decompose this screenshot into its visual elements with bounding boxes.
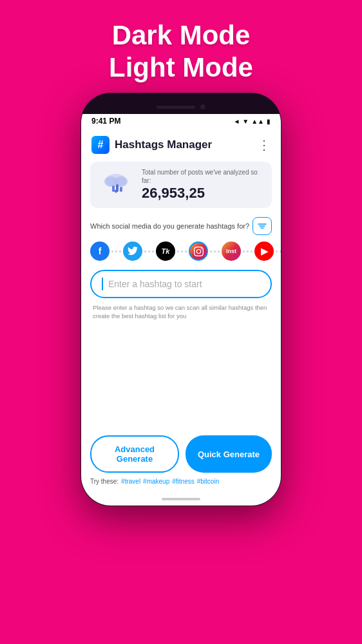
dot-separator <box>241 251 254 252</box>
social-item-instagram[interactable] <box>189 242 208 261</box>
filter-button[interactable] <box>252 217 272 235</box>
status-icons: ◄ ▼ ▲▲ ▮ <box>233 118 271 125</box>
section-question-text: Which social media do you generate hasht… <box>90 222 252 230</box>
social-media-row: f Tk <box>81 239 281 267</box>
facebook-icon[interactable]: f <box>90 242 110 261</box>
app-title: Hashtags Manager <box>115 138 252 151</box>
social-item-tiktok[interactable]: Tk <box>156 242 175 261</box>
social-item-facebook[interactable]: f <box>90 242 110 261</box>
dot-separator <box>208 251 222 252</box>
section-question-row: Which social media do you generate hasht… <box>81 214 281 239</box>
try-tag-bitcoin[interactable]: #bitcoin <box>197 478 219 485</box>
tiktok-icon[interactable]: Tk <box>156 242 175 261</box>
svg-rect-5 <box>120 187 122 192</box>
phone-speaker <box>157 106 195 109</box>
signal-icon: ▲▲ <box>251 118 264 125</box>
dot-separator <box>142 251 156 252</box>
stats-text: Total number of posts we've analyzed so … <box>142 168 264 202</box>
wifi-icon: ▼ <box>242 118 249 125</box>
app-logo: # <box>91 136 110 154</box>
try-tag-travel[interactable]: #travel <box>121 478 140 485</box>
youtube-icon[interactable]: ▶ <box>254 242 274 261</box>
text-cursor <box>102 278 103 290</box>
dot-separator <box>175 251 189 252</box>
instagram-icon[interactable] <box>189 242 208 261</box>
status-time: 9:41 PM <box>91 117 120 126</box>
stats-icon <box>98 169 134 201</box>
twitter-icon[interactable] <box>123 242 142 261</box>
try-these-label: Try these: <box>90 478 119 485</box>
quick-generate-button[interactable]: Quick Generate <box>186 435 272 473</box>
stats-number: 26,953,25 <box>142 185 264 202</box>
app-screen: # Hashtags Manager ⋮ Total number of pos… <box>81 128 281 493</box>
dot-separator <box>274 251 281 252</box>
hero-line2: Light Mode <box>109 52 253 84</box>
social-item-twitter[interactable] <box>123 242 142 261</box>
hero-line1: Dark Mode <box>109 19 253 52</box>
battery-icon: ▮ <box>267 118 271 125</box>
social-item-threads[interactable]: Inst <box>222 242 241 261</box>
phone-mockup: 9:41 PM ◄ ▼ ▲▲ ▮ # Hashtags Manager ⋮ <box>81 93 281 506</box>
try-these-row: Try these: #travel #makeup #fitness #bit… <box>81 477 281 493</box>
status-bar: 9:41 PM ◄ ▼ ▲▲ ▮ <box>81 114 281 128</box>
volume-icon: ◄ <box>233 118 240 125</box>
action-buttons: Advanced Generate Quick Generate <box>81 430 281 477</box>
advanced-generate-button[interactable]: Advanced Generate <box>90 435 179 473</box>
threads-icon[interactable]: Inst <box>222 242 241 261</box>
social-item-youtube[interactable]: ▶ <box>254 242 274 261</box>
filter-icon <box>257 221 267 231</box>
hero-header: Dark Mode Light Mode <box>109 19 253 84</box>
home-bar <box>162 498 200 500</box>
phone-notch <box>81 93 281 114</box>
more-options-icon[interactable]: ⋮ <box>258 137 271 153</box>
phone-camera <box>200 104 205 109</box>
app-header: # Hashtags Manager ⋮ <box>81 128 281 159</box>
hashtag-input-placeholder: Enter a hashtag to start <box>108 279 202 289</box>
hashtag-input-wrapper[interactable]: Enter a hashtag to start <box>90 270 272 298</box>
helper-text: Please enter a hashtag so we can scan al… <box>81 301 281 327</box>
phone-home-bar-area <box>81 493 281 506</box>
stats-label: Total number of posts we've analyzed so … <box>142 168 264 185</box>
try-tag-makeup[interactable]: #makeup <box>143 478 169 485</box>
stats-card: Total number of posts we've analyzed so … <box>90 162 272 208</box>
try-tag-fitness[interactable]: #fitness <box>172 478 194 485</box>
dot-separator <box>110 251 123 252</box>
